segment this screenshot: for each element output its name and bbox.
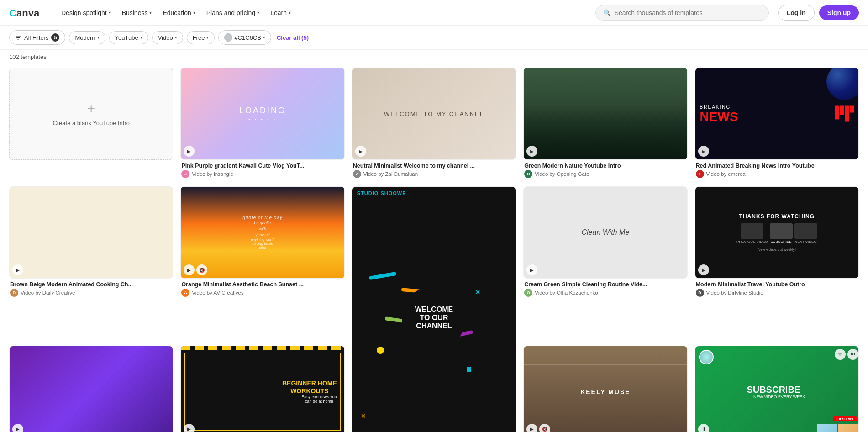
- card-info: Green Modern Nature Youtube Intro O Vide…: [523, 160, 687, 179]
- card-meta: O Video by Olha Kozachenko: [524, 289, 686, 297]
- card-meta: D Video by Dirtyline Studio: [696, 289, 858, 297]
- search-input[interactable]: [615, 9, 761, 16]
- filter-chip-free[interactable]: Free ▾: [187, 31, 215, 44]
- header-actions: Log in Sign up: [778, 5, 859, 21]
- card-thumbnail: ▶: [9, 346, 173, 432]
- avatar: O: [524, 289, 532, 297]
- template-card-pink-gradient[interactable]: LOADING • • • • • ▶ Pink Purple gradient…: [180, 68, 344, 179]
- nav-learn[interactable]: Learn ▾: [266, 6, 295, 19]
- card-title: Orange Minimalist Aesthetic Beach Sunset…: [181, 281, 343, 288]
- card-title: Pink Purple gradient Kawaii Cute Vlog Yo…: [181, 163, 343, 169]
- svg-text:C: C: [9, 7, 16, 19]
- template-card-travel-outro[interactable]: THANKS FOR WATCHING PREVIOUS VIDEO SUBSC…: [695, 186, 859, 338]
- avatar: E: [696, 170, 704, 178]
- login-button[interactable]: Log in: [778, 5, 815, 21]
- card-thumbnail: BEGINNER HOMEWORKOUTS Easy exercises you…: [180, 346, 344, 432]
- template-card-subscribe[interactable]: SUBSCRIBE NEW VIDEO EVERY WEEK SUBSCRIBE…: [695, 346, 859, 432]
- filter-icon: [15, 34, 21, 41]
- nav-education[interactable]: Education ▾: [158, 6, 200, 19]
- chevron-down-icon: ▾: [206, 35, 209, 40]
- template-count: 102 templates: [0, 50, 868, 62]
- template-card-beige[interactable]: ▶ Brown Beige Modern Animated Cooking Ch…: [9, 186, 173, 338]
- card-info: Orange Minimalist Aesthetic Beach Sunset…: [180, 279, 344, 298]
- template-card-purple[interactable]: ▶ Colorful Modern Animated Gradient Than…: [9, 346, 173, 432]
- template-card-colorful-studio[interactable]: STUDIO SHOOWE ✕ WELCOMETO OURCHANNEL ✕ S…: [352, 186, 516, 432]
- card-thumbnail: ▶: [523, 68, 687, 160]
- card-title: Cream Green Simple Cleaning Routine Vide…: [524, 281, 686, 288]
- card-thumbnail: Clean With Me ▶: [523, 186, 687, 279]
- card-thumbnail: SUBSCRIBE NEW VIDEO EVERY WEEK SUBSCRIBE…: [695, 346, 859, 432]
- filter-count-badge: 5: [51, 33, 59, 42]
- card-thumbnail: THANKS FOR WATCHING PREVIOUS VIDEO SUBSC…: [695, 186, 859, 279]
- template-card-fitness[interactable]: BEGINNER HOMEWORKOUTS Easy exercises you…: [180, 346, 344, 432]
- card-title: Modern Minimalist Travel Youtube Outro: [696, 281, 858, 288]
- card-thumbnail: WELCOME TO MY CHANNEL ▶: [352, 68, 516, 160]
- canva-logo[interactable]: C anva: [9, 6, 46, 19]
- filter-chip-youtube[interactable]: YouTube ▾: [109, 31, 148, 44]
- chevron-down-icon: ▾: [140, 35, 142, 40]
- template-card-blank[interactable]: + Create a blank YouTube Intro: [9, 68, 173, 179]
- nav-design-spotlight[interactable]: Design spotlight ▾: [57, 6, 116, 19]
- card-thumbnail: KEELY MUSE ▶ 🔇: [523, 346, 687, 432]
- nav-plans-pricing[interactable]: Plans and pricing ▾: [202, 6, 264, 19]
- chevron-down-icon: ▾: [193, 10, 195, 15]
- card-meta: E Video by emcrea: [696, 170, 858, 178]
- color-swatch: [224, 33, 232, 42]
- signup-button[interactable]: Sign up: [819, 5, 859, 20]
- nav-business[interactable]: Business ▾: [117, 6, 157, 19]
- card-title: Neutral Minimalist Welcome to my channel…: [353, 163, 515, 169]
- card-meta: Z Video by Zal Dumaluan: [353, 170, 515, 178]
- avatar: D: [10, 289, 18, 297]
- card-title: Green Modern Nature Youtube Intro: [524, 163, 686, 169]
- card-info: Brown Beige Modern Animated Cooking Ch..…: [9, 279, 173, 298]
- filter-chip-color[interactable]: #C1C6CB ▾: [218, 30, 271, 45]
- card-info: Neutral Minimalist Welcome to my channel…: [352, 160, 516, 179]
- template-card-green-nature[interactable]: ▶ Green Modern Nature Youtube Intro O Vi…: [523, 68, 687, 179]
- card-meta: J Video by insangle: [181, 170, 343, 178]
- template-card-breaking-news[interactable]: BREAKING NEWS ▶ Red Animated Breaking Ne…: [695, 68, 859, 179]
- chevron-down-icon: ▾: [263, 35, 265, 40]
- chevron-down-icon: ▾: [257, 10, 259, 15]
- card-thumbnail: LOADING • • • • • ▶: [180, 68, 344, 160]
- avatar: O: [524, 170, 532, 178]
- blank-card-label: Create a blank YouTube Intro: [48, 120, 134, 126]
- template-card-neutral[interactable]: WELCOME TO MY CHANNEL ▶ Neutral Minimali…: [352, 68, 516, 179]
- svg-text:anva: anva: [16, 7, 40, 19]
- filters-bar: All Filters 5 Modern ▾ YouTube ▾ Video ▾…: [0, 26, 868, 50]
- template-card-cleaning[interactable]: Clean With Me ▶ Cream Green Simple Clean…: [523, 186, 687, 338]
- card-info: Red Animated Breaking News Intro Youtube…: [695, 160, 859, 179]
- card-meta: D Video by Daily Creative: [10, 289, 172, 297]
- svg-rect-4: [17, 39, 19, 40]
- card-thumbnail: quote of the day be gentlewithyourself a…: [180, 186, 344, 279]
- card-info: Pink Purple gradient Kawaii Cute Vlog Yo…: [180, 160, 344, 179]
- plus-icon: +: [88, 101, 95, 116]
- main-nav: Design spotlight ▾ Business ▾ Education …: [57, 6, 592, 19]
- filter-chip-video[interactable]: Video ▾: [152, 31, 183, 44]
- chevron-down-icon: ▾: [97, 35, 100, 40]
- search-bar[interactable]: 🔍: [595, 5, 769, 21]
- card-info: Cream Green Simple Cleaning Routine Vide…: [523, 279, 687, 298]
- avatar: J: [181, 170, 189, 178]
- template-card-sunset[interactable]: quote of the day be gentlewithyourself a…: [180, 186, 344, 338]
- chevron-down-icon: ▾: [289, 10, 291, 15]
- card-meta: A Video by AV Creatives: [181, 289, 343, 297]
- template-card-keely-muse[interactable]: KEELY MUSE ▶ 🔇 Charcoal Slate Grey Moder…: [523, 346, 687, 432]
- clear-filters-button[interactable]: Clear all (5): [275, 32, 310, 44]
- chevron-down-icon: ▾: [149, 10, 152, 15]
- avatar: D: [696, 289, 704, 297]
- chevron-down-icon: ▾: [109, 10, 111, 15]
- avatar: Z: [353, 170, 361, 178]
- card-title: Red Animated Breaking News Intro Youtube: [696, 163, 858, 169]
- blank-thumbnail: + Create a blank YouTube Intro: [9, 68, 173, 160]
- svg-rect-2: [16, 36, 21, 37]
- all-filters-button[interactable]: All Filters 5: [9, 30, 65, 45]
- filter-chip-modern[interactable]: Modern ▾: [69, 31, 105, 44]
- card-meta: O Video by Opening Gate: [524, 170, 686, 178]
- template-grid: + Create a blank YouTube Intro LOADING •…: [0, 62, 868, 432]
- card-thumbnail: BREAKING NEWS ▶: [695, 68, 859, 160]
- card-title: Brown Beige Modern Animated Cooking Ch..…: [10, 281, 172, 288]
- card-thumbnail: ▶: [9, 186, 173, 279]
- chevron-down-icon: ▾: [175, 35, 177, 40]
- main-header: C anva Design spotlight ▾ Business ▾ Edu…: [0, 0, 868, 26]
- card-info: Modern Minimalist Travel Youtube Outro D…: [695, 279, 859, 298]
